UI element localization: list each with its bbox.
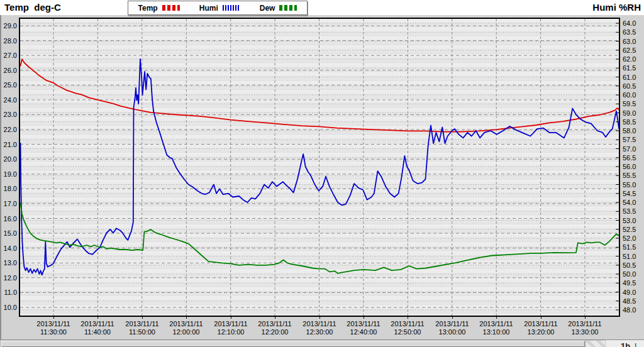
right-axis-tick-label: 54.0 bbox=[623, 199, 636, 206]
legend-label-temp: Temp bbox=[138, 4, 158, 13]
right-axis-tick-label: 61.5 bbox=[623, 64, 636, 72]
x-axis-tick bbox=[142, 317, 143, 319]
right-axis-tick-label: 55.5 bbox=[623, 172, 636, 179]
panel-divider: | bbox=[635, 341, 636, 347]
right-axis-tick-label: 52.0 bbox=[623, 234, 636, 242]
left-axis-tick-label: 24.0 bbox=[0, 96, 17, 104]
right-axis-tick-label: 62.5 bbox=[623, 47, 636, 54]
temp-line-swatch-icon bbox=[162, 5, 180, 11]
right-axis-tick-label: 51.0 bbox=[623, 253, 636, 260]
left-axis-tick-label: 12.0 bbox=[0, 274, 17, 282]
right-axis-tick-label: 61.0 bbox=[623, 74, 636, 81]
left-axis-tick-label: 26.0 bbox=[0, 67, 17, 74]
x-axis-tick-label: 2013/11/1113:30:00 bbox=[558, 320, 612, 336]
x-axis-tick bbox=[541, 317, 541, 319]
x-axis-tick bbox=[364, 317, 364, 319]
x-axis-tick bbox=[53, 317, 54, 319]
legend-item-temp: Temp bbox=[138, 4, 180, 13]
x-axis-tick bbox=[585, 317, 586, 319]
chart-canvas bbox=[20, 19, 619, 316]
x-axis-tick bbox=[408, 317, 408, 319]
right-axis-tick-label: 50.5 bbox=[623, 262, 636, 269]
right-axis-tick-label: 58.0 bbox=[623, 127, 636, 135]
right-axis-tick-label: 53.5 bbox=[623, 207, 636, 215]
legend: Temp Humi Dew bbox=[128, 1, 308, 15]
right-axis-tick-label: 63.0 bbox=[623, 38, 636, 45]
series-humi-line bbox=[21, 59, 619, 275]
x-axis-tick bbox=[97, 317, 98, 319]
right-axis-tick-label: 57.5 bbox=[623, 136, 636, 143]
chart-header: Temp deg-C Humi %RH Temp Humi Dew bbox=[0, 0, 644, 15]
chart-plot-area bbox=[19, 18, 620, 317]
x-axis-tick bbox=[319, 317, 320, 319]
horizontal-scrollbar: 1h | bbox=[0, 339, 644, 347]
dew-line-swatch-icon bbox=[279, 5, 297, 11]
right-axis-tick-label: 63.5 bbox=[623, 28, 636, 36]
logger-chart-window: Temp deg-C Humi %RH Temp Humi Dew 29.028… bbox=[0, 0, 644, 347]
left-axis-tick-label: 13.0 bbox=[0, 259, 17, 267]
left-axis-tick-label: 28.0 bbox=[0, 37, 17, 45]
right-axis-tick-label: 49.0 bbox=[623, 289, 636, 296]
x-axis-tick bbox=[452, 317, 453, 319]
right-axis-tick-label: 59.5 bbox=[623, 100, 636, 107]
right-axis-tick-label: 53.0 bbox=[623, 217, 636, 224]
series-temp-line bbox=[21, 59, 619, 132]
left-axis-tick-label: 18.0 bbox=[0, 185, 17, 192]
humi-line-swatch-icon bbox=[223, 5, 240, 11]
right-axis-tick-label: 58.5 bbox=[623, 118, 636, 126]
left-axis-tick-label: 10.0 bbox=[0, 304, 17, 311]
right-axis-tick-label: 60.0 bbox=[623, 91, 636, 99]
time-scale-panel[interactable]: 1h | bbox=[606, 340, 644, 347]
x-axis-tick bbox=[496, 317, 497, 319]
x-axis-tick bbox=[186, 317, 187, 319]
legend-label-humi: Humi bbox=[199, 4, 218, 13]
right-axis-tick-label: 51.5 bbox=[623, 243, 636, 251]
left-axis-tick-label: 22.0 bbox=[0, 126, 17, 133]
right-axis-title: Humi %RH bbox=[592, 2, 641, 13]
right-axis-tick-label: 48.0 bbox=[623, 306, 636, 314]
left-axis-tick-label: 17.0 bbox=[0, 200, 17, 207]
right-axis-tick-label: 54.5 bbox=[623, 190, 636, 197]
right-axis-tick-label: 57.0 bbox=[623, 145, 636, 153]
left-axis-tick-label: 25.0 bbox=[0, 81, 17, 89]
left-axis-title: Temp deg-C bbox=[4, 2, 61, 13]
x-axis-tick bbox=[275, 317, 275, 319]
left-axis-tick-label: 21.0 bbox=[0, 141, 17, 148]
legend-item-humi: Humi bbox=[199, 4, 240, 13]
left-axis-tick-label: 15.0 bbox=[0, 229, 17, 237]
right-axis-tick-label: 64.0 bbox=[623, 19, 636, 27]
right-axis-tick-label: 56.5 bbox=[623, 154, 636, 162]
left-axis-tick-label: 14.0 bbox=[0, 245, 17, 252]
right-axis-tick-label: 48.5 bbox=[623, 297, 636, 305]
right-axis-tick-label: 52.5 bbox=[623, 226, 636, 233]
left-axis-tick-label: 29.0 bbox=[0, 22, 17, 30]
right-axis-tick-label: 55.0 bbox=[623, 181, 636, 189]
right-axis-tick-label: 62.0 bbox=[623, 55, 636, 63]
left-axis-tick-label: 11.0 bbox=[0, 289, 17, 296]
scrollbar-thumb[interactable] bbox=[1, 341, 585, 347]
left-axis-tick-label: 27.0 bbox=[0, 52, 17, 59]
right-axis-tick-label: 59.0 bbox=[623, 109, 636, 117]
left-axis-tick-label: 16.0 bbox=[0, 215, 17, 223]
scrollbar-track[interactable] bbox=[586, 341, 605, 347]
left-axis-tick-label: 23.0 bbox=[0, 111, 17, 118]
left-axis-tick-label: 20.0 bbox=[0, 155, 17, 163]
left-axis-tick-label: 19.0 bbox=[0, 170, 17, 178]
right-axis-tick-label: 50.0 bbox=[623, 270, 636, 278]
right-axis-tick-label: 49.5 bbox=[623, 279, 636, 287]
right-axis-tick-label: 60.5 bbox=[623, 82, 636, 90]
legend-label-dew: Dew bbox=[260, 4, 275, 13]
time-scale-label: 1h bbox=[621, 341, 630, 347]
legend-item-dew: Dew bbox=[260, 4, 297, 13]
right-axis-tick-label: 56.0 bbox=[623, 163, 636, 170]
x-axis-tick bbox=[231, 317, 231, 319]
